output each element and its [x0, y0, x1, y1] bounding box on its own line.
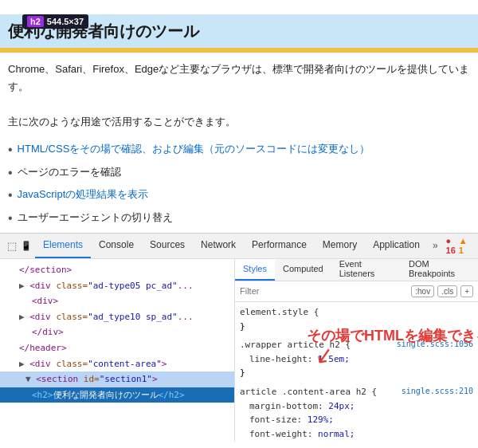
tab-console[interactable]: Console — [91, 234, 142, 258]
list-item-text: JavaScriptの処理結果を表示 — [18, 187, 149, 203]
filter-row: :hov .cls + — [235, 281, 478, 302]
tab-performance[interactable]: Performance — [244, 234, 315, 258]
list-item-text: ページのエラーを確認 — [18, 164, 121, 181]
style-selector: article .content-area h2 { — [240, 387, 377, 397]
add-style-badge[interactable]: + — [460, 285, 473, 297]
style-val: 129%; — [308, 415, 334, 425]
styles-tab-event-listeners[interactable]: Event Listeners — [331, 259, 401, 281]
styles-tab-dom-breakpoints[interactable]: DOM Breakpoints — [401, 259, 478, 281]
styles-tab-computed[interactable]: Computed — [275, 259, 331, 281]
style-block: margin-bottom: 24px; font-size: 129%; fo… — [240, 399, 473, 442]
dom-line[interactable]: ▶ <div class="ad_type10 sp_ad"... — [0, 309, 234, 325]
dom-line[interactable]: ▶ <div class="content-area"> — [0, 356, 234, 372]
style-prop: font-weight: — [249, 429, 318, 439]
cls-badge[interactable]: .cls — [437, 285, 457, 297]
devtools-panel: </section> ▶ <div class="ad-type05 pc_ad… — [0, 258, 478, 442]
paragraph-1: Chrome、Safari、Firefox、Edgeなど主要なブラウザは、標準で… — [8, 61, 470, 96]
dom-line: </header> — [0, 340, 234, 356]
styles-panel: Styles Computed Event Listeners DOM Brea… — [235, 259, 478, 442]
style-val: 24px; — [328, 401, 355, 411]
style-closing: } — [240, 367, 245, 378]
dom-panel: </section> ▶ <div class="ad-type05 pc_ad… — [0, 259, 235, 442]
page-content: h2 544.5×37 便利な開発者向けのツール Chrome、Safari、F… — [0, 14, 478, 233]
list-item-text: ユーザーエージェントの切り替え — [18, 210, 173, 226]
paragraph-2: 主に次のような用途で活用することができます。 — [8, 113, 470, 131]
dom-line: </div> — [0, 324, 234, 340]
devtools-error-count: ● 16 ▲ 1 — [443, 236, 471, 255]
dom-line: <div> — [0, 293, 234, 309]
list-item-text: HTML/CSSをその場で確認、および編集（元のソースコードには変更なし） — [18, 141, 370, 158]
hov-badge[interactable]: :hov — [411, 285, 434, 297]
styles-tabs: Styles Computed Event Listeners DOM Brea… — [235, 259, 478, 281]
devtools-left-icons: ⬚ 📱 — [3, 240, 35, 251]
style-rule-content-h2: article .content-area h2 { single.scss:2… — [240, 385, 473, 442]
dom-line: </section> — [0, 262, 234, 278]
devtools-toolbar: ⬚ 📱 Elements Console Sources Network Per… — [0, 233, 478, 258]
filter-input[interactable] — [240, 286, 406, 296]
style-val: normal; — [318, 429, 355, 439]
dom-edit-tooltip: その場でHTMLを編集できる ↙ — [307, 326, 478, 368]
dom-line-highlighted[interactable]: <h2>便利な開発者向けのツール</h2> — [0, 387, 234, 403]
style-prop: font-size: — [249, 415, 308, 425]
h2-tag-label: h2 — [27, 16, 44, 27]
styles-tab-styles[interactable]: Styles — [235, 259, 275, 281]
tab-application[interactable]: Application — [365, 234, 428, 258]
error-badge: ● 16 — [446, 236, 456, 255]
inspect-cursor-icon[interactable]: ⬚ — [6, 240, 18, 251]
body-text: Chrome、Safari、Firefox、Edgeなど主要なブラウザは、標準で… — [0, 53, 478, 136]
dom-line[interactable]: ▶ <div class="ad-type05 pc_ad"... — [0, 278, 234, 294]
style-closing: } — [240, 321, 245, 332]
bullet-list: HTML/CSSをその場で確認、および編集（元のソースコードには変更なし） ペー… — [0, 136, 478, 233]
tooltip-text: その場でHTMLを編集できる — [307, 326, 478, 345]
styles-content: element.style { } .wrapper article h2 { … — [235, 302, 478, 442]
warn-badge: ▲ 1 — [459, 236, 468, 255]
h2-dimensions: 544.5×37 — [47, 17, 84, 26]
list-item: JavaScriptの処理結果を表示 — [8, 184, 470, 206]
more-tabs-button[interactable]: » — [428, 240, 443, 251]
devtools-menu-icon[interactable]: ⋮ — [471, 238, 478, 253]
list-item: HTML/CSSをその場で確認、および編集（元のソースコードには変更なし） — [8, 139, 470, 161]
tab-elements[interactable]: Elements — [35, 234, 91, 258]
list-item: ページのエラーを確認 — [8, 162, 470, 184]
style-prop: margin-bottom: — [249, 401, 328, 411]
h2-size-tooltip: h2 544.5×37 — [22, 14, 88, 29]
tab-sources[interactable]: Sources — [142, 234, 193, 258]
list-item: ユーザーエージェントの切り替え — [8, 207, 470, 230]
tab-memory[interactable]: Memory — [315, 234, 365, 258]
tab-network[interactable]: Network — [193, 234, 244, 258]
filter-badges: :hov .cls + — [411, 285, 473, 297]
style-source[interactable]: single.scss:210 — [402, 385, 473, 398]
style-selector: element.style { — [240, 307, 319, 317]
devtools-tabs: Elements Console Sources Network Perform… — [35, 234, 443, 258]
dom-line-selected[interactable]: ▼ <section id="section1"> — [0, 371, 234, 387]
device-toggle-icon[interactable]: 📱 — [21, 240, 32, 251]
